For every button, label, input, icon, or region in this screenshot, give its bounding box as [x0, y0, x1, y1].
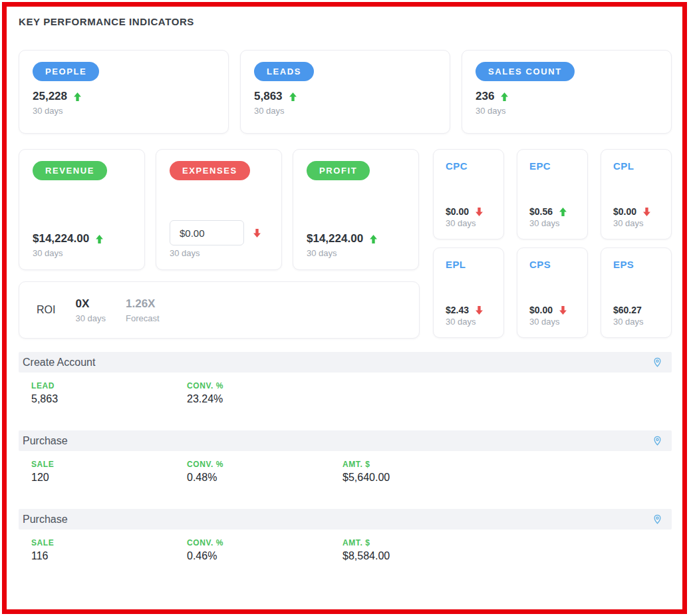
leads-value: 5,863 [254, 90, 283, 103]
epc-period: 30 days [529, 218, 575, 228]
roi-label: ROI [37, 304, 55, 316]
funnel-column: CONV. % 0.46% [187, 538, 343, 562]
funnel-column: SALE 116 [31, 538, 187, 562]
eps-label: EPS [613, 259, 659, 270]
trend-arrow-icon [253, 229, 261, 237]
metric-card-cpl: CPL $0.00 30 days [601, 149, 672, 239]
section-purchase-1: Purchase SALE 120 CONV. % 0.48% AMT. $ $… [19, 430, 672, 509]
eps-value: $60.27 [613, 305, 642, 315]
trend-arrow-icon [643, 208, 650, 216]
epl-value: $2.43 [446, 305, 469, 315]
expenses-input[interactable] [170, 220, 244, 245]
expenses-period: 30 days [170, 248, 268, 258]
trend-arrow-icon [501, 92, 508, 101]
map-pin-icon[interactable] [652, 514, 662, 524]
column-label: AMT. $ [343, 538, 542, 547]
kpi-card-sales-count: SALES COUNT 236 30 days [462, 50, 672, 134]
section-purchase-2: Purchase SALE 116 CONV. % 0.46% AMT. $ $… [19, 509, 672, 587]
column-label: CONV. % [187, 538, 343, 547]
section-title: Purchase [23, 514, 68, 526]
kpi-dashboard: KEY PERFORMANCE INDICATORS PEOPLE 25,228… [0, 0, 689, 616]
funnel-column: CONV. % 23.24% [187, 381, 343, 405]
expenses-badge: EXPENSES [170, 161, 250, 180]
column-label: AMT. $ [343, 460, 542, 469]
funnel-column: AMT. $ $5,640.00 [343, 460, 542, 484]
epl-period: 30 days [446, 317, 491, 327]
people-badge: PEOPLE [33, 62, 99, 81]
column-label: LEAD [31, 381, 187, 390]
trend-arrow-icon [96, 235, 103, 243]
kpi-card-people: PEOPLE 25,228 30 days [19, 50, 229, 134]
revenue-value: $14,224.00 [33, 232, 89, 245]
map-pin-icon[interactable] [652, 357, 662, 367]
profit-value: $14,224.00 [307, 232, 363, 245]
column-value: 0.48% [187, 472, 343, 484]
column-value: 116 [31, 550, 187, 562]
trend-arrow-icon [289, 92, 297, 101]
cpl-label: CPL [613, 160, 659, 172]
column-value: $5,640.00 [343, 472, 542, 484]
eps-period: 30 days [613, 317, 659, 327]
column-label: SALE [31, 538, 187, 547]
section-title: Purchase [23, 435, 68, 447]
trend-arrow-icon [559, 306, 567, 315]
revenue-badge: REVENUE [33, 161, 107, 180]
cpl-period: 30 days [613, 218, 659, 228]
section-body: LEAD 5,863 CONV. % 23.24% [19, 373, 672, 430]
people-period: 30 days [33, 106, 215, 116]
section-header: Purchase [19, 430, 672, 451]
map-pin-icon[interactable] [652, 436, 662, 446]
page-title: KEY PERFORMANCE INDICATORS [19, 16, 672, 27]
funnel-column: AMT. $ $8,584.00 [343, 538, 542, 562]
metric-card-cps: CPS $0.00 30 days [517, 247, 588, 338]
profit-card: PROFIT $14,224.00 30 days [293, 149, 419, 270]
metric-card-eps: EPS $60.27 30 days [601, 247, 672, 338]
epl-label: EPL [446, 259, 491, 270]
section-title: Create Account [23, 357, 95, 369]
metric-card-cpc: CPC $0.00 30 days [433, 149, 504, 239]
funnel-column: LEAD 5,863 [31, 381, 187, 405]
expenses-card: EXPENSES 30 days [156, 149, 282, 270]
roi-card: ROI 0X 30 days 1.26X Forecast [19, 281, 420, 339]
section-body: SALE 116 CONV. % 0.46% AMT. $ $8,584.00 [19, 530, 672, 587]
revenue-period: 30 days [33, 248, 131, 258]
cpc-label: CPC [446, 160, 491, 172]
leads-badge: LEADS [254, 62, 314, 81]
metric-card-epl: EPL $2.43 30 days [433, 247, 504, 338]
roi-current-period: 30 days [75, 313, 106, 323]
mid-row: REVENUE $14,224.00 30 days EXPENSES [19, 149, 672, 339]
metric-card-epc: EPC $0.56 30 days [517, 149, 588, 239]
trend-arrow-icon [476, 306, 483, 315]
leads-period: 30 days [254, 106, 436, 116]
sales-count-value: 236 [476, 90, 494, 103]
funnel-sections: Create Account LEAD 5,863 CONV. % 23.24% [19, 352, 672, 587]
cpc-value: $0.00 [446, 206, 469, 217]
epc-label: EPC [529, 160, 575, 172]
roi-forecast-value: 1.26X [126, 297, 160, 311]
metric-grid: CPC $0.00 30 days EPC $0.56 [433, 149, 672, 339]
section-create-account: Create Account LEAD 5,863 CONV. % 23.24% [19, 352, 672, 430]
revenue-card: REVENUE $14,224.00 30 days [19, 149, 145, 270]
column-value: 120 [31, 472, 187, 484]
cps-label: CPS [529, 259, 575, 270]
kpi-row: PEOPLE 25,228 30 days LEADS 5,863 30 day… [19, 50, 672, 134]
cpc-period: 30 days [446, 218, 491, 228]
column-label: CONV. % [187, 381, 343, 390]
trend-arrow-icon [476, 208, 483, 216]
section-body: SALE 120 CONV. % 0.48% AMT. $ $5,640.00 [19, 451, 672, 509]
funnel-column: SALE 120 [31, 460, 187, 484]
profit-badge: PROFIT [307, 161, 370, 180]
people-value: 25,228 [33, 90, 67, 103]
trend-arrow-icon [370, 235, 377, 243]
cps-period: 30 days [529, 317, 575, 327]
roi-current-value: 0X [75, 297, 106, 311]
trend-arrow-icon [74, 92, 81, 101]
column-value: 5,863 [31, 393, 187, 405]
cpl-value: $0.00 [613, 206, 636, 217]
column-label: SALE [31, 460, 187, 469]
sales-count-period: 30 days [476, 106, 658, 116]
funnel-column: CONV. % 0.48% [187, 460, 343, 484]
section-header: Purchase [19, 509, 672, 530]
profit-period: 30 days [307, 248, 405, 258]
column-value: 23.24% [187, 393, 343, 405]
